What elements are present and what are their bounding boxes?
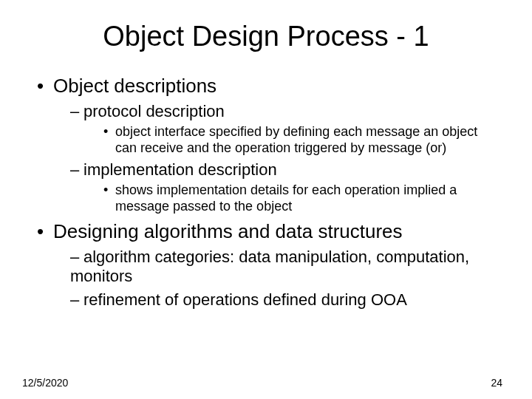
slide-title: Object Design Process - 1 (30, 21, 502, 52)
slide: Object Design Process - 1 •Object descri… (0, 0, 532, 399)
bullet-level1: •Object descriptions (37, 75, 502, 98)
bullet-text: Object descriptions (53, 75, 216, 97)
bullet-text: protocol description (83, 102, 225, 120)
bullet-level2: –implementation description (70, 160, 502, 180)
footer-page: 24 (491, 377, 502, 389)
bullet-text: refinement of operations defined during … (83, 290, 407, 309)
bullet-text: algorithm categories: data manipulation,… (70, 248, 469, 285)
bullet-level2: –refinement of operations defined during… (70, 290, 502, 310)
footer-date: 12/5/2020 (22, 377, 68, 389)
bullet-text: Designing algorithms and data structures (53, 220, 403, 242)
bullet-level2: –algorithm categories: data manipulation… (70, 248, 502, 286)
bullet-text: shows implementation details for each op… (115, 183, 485, 214)
bullet-text: implementation description (83, 160, 277, 179)
footer: 12/5/2020 24 (22, 377, 502, 389)
bullet-level1: •Designing algorithms and data structure… (37, 220, 502, 243)
bullet-level2: –protocol description (70, 102, 502, 121)
bullet-level3: •shows implementation details for each o… (103, 183, 502, 214)
bullet-level3: •object interface specified by defining … (103, 124, 502, 156)
bullet-text: object interface specified by defining e… (115, 124, 485, 156)
